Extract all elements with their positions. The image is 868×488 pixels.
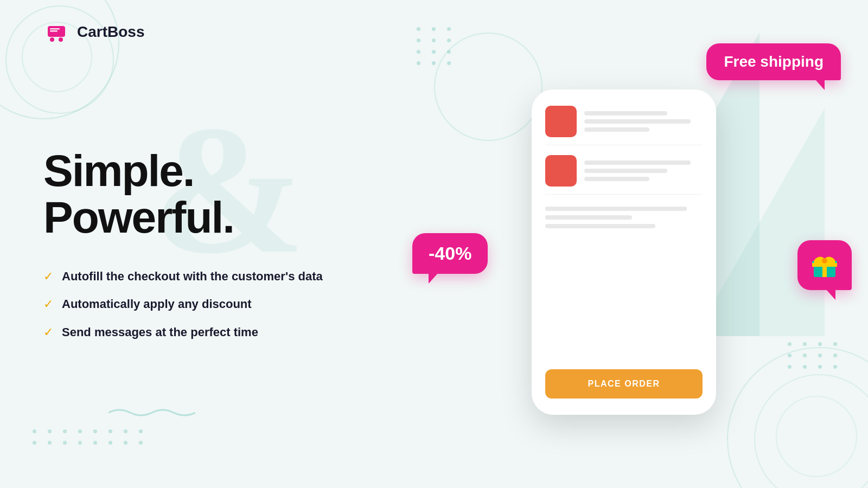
product-line-1 xyxy=(584,111,667,115)
bubble-discount: -40% xyxy=(412,233,488,274)
feature-item-3: ✓ Send messages at the perfect time xyxy=(43,324,347,341)
check-icon-1: ✓ xyxy=(43,269,53,284)
headline: Simple. Powerful. xyxy=(43,147,347,241)
product-line-5 xyxy=(584,169,667,173)
phone-line-1 xyxy=(545,207,687,211)
phone-line-3 xyxy=(545,224,655,228)
gift-icon xyxy=(809,250,840,280)
phone-additional-lines xyxy=(545,207,703,228)
features-list: ✓ Autofill the checkout with the custome… xyxy=(43,268,347,341)
product-line-6 xyxy=(584,177,649,181)
right-content-section: Free shipping xyxy=(380,0,868,488)
bubble-free-shipping: Free shipping xyxy=(706,43,841,80)
phone-mockup: PLACE ORDER xyxy=(532,89,716,415)
check-icon-2: ✓ xyxy=(43,297,53,311)
place-order-button[interactable]: PLACE ORDER xyxy=(545,369,703,399)
check-icon-3: ✓ xyxy=(43,325,53,339)
product-line-2 xyxy=(584,119,691,124)
phone-line-2 xyxy=(545,215,632,220)
product-info-2 xyxy=(584,160,703,181)
feature-item-1: ✓ Autofill the checkout with the custome… xyxy=(43,268,347,285)
product-line-4 xyxy=(584,160,691,165)
product-item-2 xyxy=(545,155,703,195)
feature-text-1: Autofill the checkout with the customer'… xyxy=(62,268,323,285)
headline-line2: Powerful. xyxy=(43,192,234,242)
feature-text-3: Send messages at the perfect time xyxy=(62,324,258,341)
product-info-1 xyxy=(584,111,703,132)
svg-point-11 xyxy=(822,258,827,264)
bubble-gift xyxy=(797,240,852,290)
product-item-1 xyxy=(545,106,703,145)
product-thumbnail-1 xyxy=(545,106,577,137)
feature-text-2: Automatically apply any discount xyxy=(62,296,252,312)
headline-line1: Simple. xyxy=(43,146,194,195)
left-content-section: Simple. Powerful. ✓ Autofill the checkou… xyxy=(0,0,380,488)
feature-item-2: ✓ Automatically apply any discount xyxy=(43,296,347,312)
product-thumbnail-2 xyxy=(545,155,577,187)
product-line-3 xyxy=(584,127,649,132)
